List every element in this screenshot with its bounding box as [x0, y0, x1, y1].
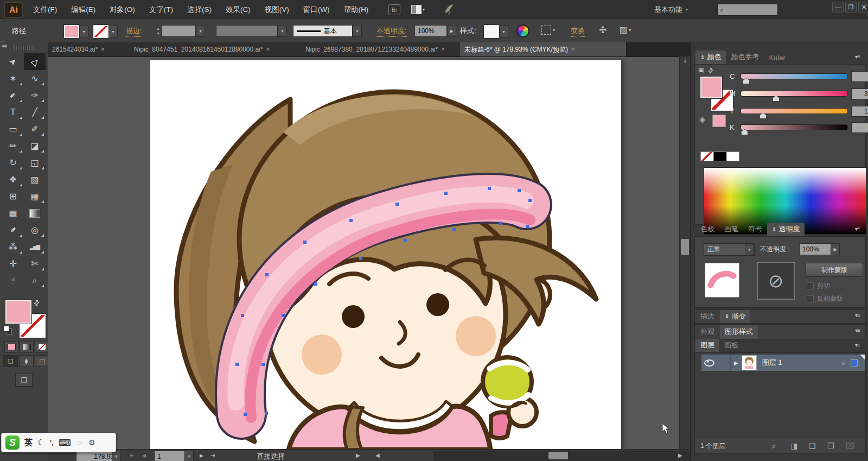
- black-swatch[interactable]: [713, 151, 726, 161]
- color-mode-button[interactable]: [4, 341, 18, 353]
- ime-language-toggle[interactable]: 英: [24, 438, 33, 448]
- yellow-slider[interactable]: [741, 108, 848, 114]
- layer-thumbnail[interactable]: [742, 355, 757, 370]
- target-circle-icon[interactable]: ○: [841, 359, 846, 367]
- menu-file[interactable]: 文件(F): [26, 0, 64, 19]
- status-expand-icon[interactable]: ▶: [356, 452, 360, 458]
- make-clipping-mask-icon[interactable]: ◨: [790, 441, 797, 450]
- tab-gradient[interactable]: ⇕ 渐变: [720, 310, 750, 323]
- tab-stroke[interactable]: 描边: [695, 310, 720, 323]
- tool-slice-knife[interactable]: ✄: [24, 255, 46, 272]
- stroke-panel-link[interactable]: 描边:: [126, 26, 142, 37]
- variable-width-dropdown-icon[interactable]: ▾: [278, 25, 287, 37]
- graphic-styles-panel-menu-icon[interactable]: ▾≡: [855, 327, 860, 333]
- tab-brushes[interactable]: 画笔: [719, 223, 743, 236]
- tab-kuler[interactable]: Kuler: [764, 52, 790, 64]
- cyan-slider[interactable]: [741, 73, 848, 79]
- next-artboard-icon[interactable]: ▶: [200, 453, 203, 458]
- document-tab-3[interactable]: Nipic_26987380_20180712133240489000.ai* …: [301, 42, 469, 56]
- stroke-weight-stepper[interactable]: ▴▾: [155, 26, 161, 36]
- draw-behind-button[interactable]: ⧫: [19, 355, 34, 367]
- tool-eyedropper[interactable]: ✒: [2, 222, 24, 238]
- ime-settings-icon[interactable]: ⚙: [88, 438, 95, 447]
- layers-panel-menu-icon[interactable]: ▾≡: [855, 342, 860, 348]
- hscroll-left-icon[interactable]: ◀: [375, 452, 380, 458]
- menu-select[interactable]: 选择(S): [180, 0, 219, 19]
- opacity-step-icon[interactable]: ▶: [447, 25, 456, 37]
- blend-mode-dropdown[interactable]: 正常 ▾: [704, 243, 755, 256]
- tool-blob-brush[interactable]: ◪: [24, 137, 46, 154]
- brush-definition-dropdown-icon[interactable]: ▾: [353, 25, 362, 37]
- fill-color-indicator[interactable]: [5, 300, 31, 324]
- menu-effect[interactable]: 效果(C): [219, 0, 258, 19]
- tool-paintbrush[interactable]: ✐: [24, 121, 46, 137]
- align-icon[interactable]: ✣: [599, 24, 607, 36]
- tool-lasso[interactable]: ∿: [24, 70, 46, 87]
- menu-help[interactable]: 帮助(H): [336, 0, 375, 19]
- object-thumbnail[interactable]: [705, 263, 739, 298]
- visibility-toggle[interactable]: [701, 355, 717, 371]
- collapse-dock-icon[interactable]: ◀◀: [1, 43, 5, 48]
- tab-swatches[interactable]: 色板: [695, 223, 719, 236]
- tool-free-transform[interactable]: ▧: [24, 171, 46, 188]
- tab-color-guide[interactable]: 颜色参考: [726, 50, 764, 64]
- lock-toggle[interactable]: [717, 355, 731, 371]
- tool-blend[interactable]: ◎: [24, 222, 46, 238]
- ime-toolbar[interactable]: S 英 ☾ ’, ⌨ ☺ ⚙: [1, 433, 116, 452]
- ime-keyboard-icon[interactable]: ⌨: [59, 438, 71, 448]
- tool-shape-builder[interactable]: ⊞: [2, 188, 24, 205]
- minimize-button[interactable]: —: [832, 2, 844, 12]
- tool-selection[interactable]: ➤: [2, 53, 24, 70]
- none-swatch[interactable]: [700, 151, 713, 161]
- artwork[interactable]: [150, 60, 621, 450]
- menu-window[interactable]: 窗口(W): [296, 0, 337, 19]
- tool-width[interactable]: ❖: [2, 171, 24, 188]
- horizontal-scroll-thumb[interactable]: [548, 452, 568, 459]
- tool-type[interactable]: T: [2, 104, 24, 121]
- vertical-scroll-thumb[interactable]: [681, 239, 689, 255]
- first-artboard-icon[interactable]: ⇤: [130, 452, 135, 458]
- menu-object[interactable]: 对象(O): [103, 0, 142, 19]
- scroll-up-icon[interactable]: ▲: [680, 56, 691, 65]
- none-mode-button[interactable]: [35, 341, 49, 353]
- gradient-mode-button[interactable]: [20, 341, 34, 353]
- ime-account-icon[interactable]: ☺: [76, 438, 84, 447]
- opacity-field[interactable]: 100%: [414, 25, 447, 37]
- cyan-value-field[interactable]: 2.59: [851, 71, 868, 82]
- magenta-slider[interactable]: [741, 91, 848, 97]
- new-layer-icon[interactable]: ❒: [827, 441, 834, 450]
- recolor-artwork-icon[interactable]: [516, 24, 529, 37]
- brush-definition-field[interactable]: 基本: [293, 25, 353, 37]
- white-swatch[interactable]: [726, 151, 739, 161]
- canvas-area[interactable]: [48, 56, 679, 450]
- graphic-style-dropdown-icon[interactable]: ▾: [499, 26, 508, 37]
- tool-gradient[interactable]: [24, 205, 46, 222]
- tool-zoom[interactable]: ⌕: [24, 272, 46, 289]
- tool-mesh[interactable]: ▩: [2, 205, 24, 222]
- fill-color-dropdown-icon[interactable]: ▾: [79, 26, 88, 37]
- artboard-dropdown-icon[interactable]: ▾: [184, 451, 194, 461]
- mask-thumbnail[interactable]: ⊘: [757, 262, 795, 300]
- black-slider[interactable]: [741, 124, 848, 130]
- isolate-selection-icon[interactable]: ▨: [620, 25, 627, 35]
- stroke-weight-field[interactable]: [161, 25, 196, 37]
- tab-transparency[interactable]: ⇕ 透明度: [767, 223, 805, 236]
- last-artboard-icon[interactable]: ⇥: [210, 452, 215, 458]
- color-panel-menu-icon[interactable]: ▾≡: [855, 54, 860, 60]
- delete-layer-icon[interactable]: ⌧: [846, 441, 854, 450]
- tool-scale[interactable]: ◱: [24, 154, 46, 171]
- close-tab-icon[interactable]: ×: [266, 46, 270, 53]
- gradient-panel-menu-icon[interactable]: ▾≡: [855, 312, 860, 318]
- bridge-button[interactable]: Br: [388, 4, 400, 15]
- tool-hand[interactable]: ☝: [2, 272, 24, 289]
- tool-line-segment[interactable]: ╱: [24, 104, 46, 121]
- opacity-panel-link[interactable]: 不透明度:: [376, 26, 407, 37]
- new-sublayer-icon[interactable]: ❏: [809, 441, 816, 450]
- sogou-logo[interactable]: S: [5, 435, 20, 450]
- clip-checkbox[interactable]: [807, 282, 814, 289]
- stroke-color-swatch[interactable]: [93, 25, 108, 38]
- fill-color-swatch[interactable]: [64, 25, 79, 38]
- search-input[interactable]: [725, 5, 771, 14]
- document-tab-1[interactable]: 2615424034.ai* ×: [48, 42, 138, 56]
- tab-layers[interactable]: 图层: [695, 339, 719, 352]
